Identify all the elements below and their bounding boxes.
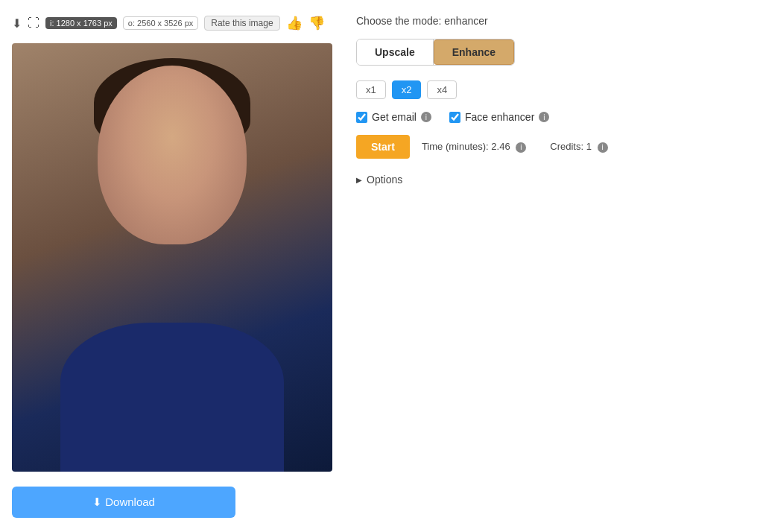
mode-label: Choose the mode: enhancer: [356, 15, 751, 27]
credits-info-icon[interactable]: i: [598, 142, 608, 153]
options-arrow-icon: ▶: [356, 176, 362, 184]
get-email-checkbox[interactable]: [356, 112, 367, 123]
get-email-group: Get email i: [356, 111, 431, 123]
options-row[interactable]: ▶ Options: [356, 174, 751, 186]
fullscreen-icon[interactable]: ⛶: [28, 16, 39, 30]
main-container: ⬇ ⛶ i: 1280 x 1763 px o: 2560 x 3526 px …: [0, 0, 763, 530]
time-info-icon[interactable]: i: [516, 142, 526, 153]
face-enhancer-group: Face enhancer i: [449, 111, 549, 123]
upscale-mode-button[interactable]: Upscale: [357, 39, 434, 65]
time-info: Time (minutes): 2.46 i: [422, 141, 526, 153]
action-row: Start Time (minutes): 2.46 i Credits: 1 …: [356, 135, 751, 159]
scale-row: x1 x2 x4: [356, 80, 751, 99]
thumbs-up-icon[interactable]: 👍: [286, 15, 303, 31]
face-area: [98, 66, 247, 244]
image-toolbar: ⬇ ⛶ i: 1280 x 1763 px o: 2560 x 3526 px …: [12, 12, 332, 34]
credits-info: Credits: 1 i: [550, 141, 607, 153]
scale-x4-button[interactable]: x4: [427, 80, 457, 99]
options-label: Options: [367, 174, 402, 186]
face-enhancer-checkbox[interactable]: [449, 112, 460, 123]
mode-toggle: Upscale Enhance: [356, 39, 515, 66]
enhance-mode-button[interactable]: Enhance: [434, 39, 514, 65]
get-email-label: Get email: [372, 111, 417, 123]
rate-button[interactable]: Rate this image: [204, 16, 279, 31]
thumbs-down-icon[interactable]: 👎: [308, 15, 325, 31]
checkbox-row: Get email i Face enhancer i: [356, 111, 751, 123]
scale-x1-button[interactable]: x1: [356, 80, 386, 99]
body-area: [60, 323, 284, 472]
face-enhancer-info-icon[interactable]: i: [539, 112, 549, 122]
input-size-badge: i: 1280 x 1763 px: [45, 17, 117, 29]
start-button[interactable]: Start: [356, 135, 410, 159]
get-email-info-icon[interactable]: i: [421, 112, 431, 122]
scale-x2-button[interactable]: x2: [392, 80, 422, 99]
image-preview: [12, 43, 332, 472]
download-button[interactable]: ⬇ Download: [12, 487, 235, 518]
left-panel: ⬇ ⛶ i: 1280 x 1763 px o: 2560 x 3526 px …: [12, 12, 332, 518]
output-size-badge: o: 2560 x 3526 px: [123, 16, 198, 30]
right-panel: Choose the mode: enhancer Upscale Enhanc…: [356, 12, 751, 518]
face-enhancer-label: Face enhancer: [465, 111, 534, 123]
download-small-icon[interactable]: ⬇: [12, 16, 22, 31]
